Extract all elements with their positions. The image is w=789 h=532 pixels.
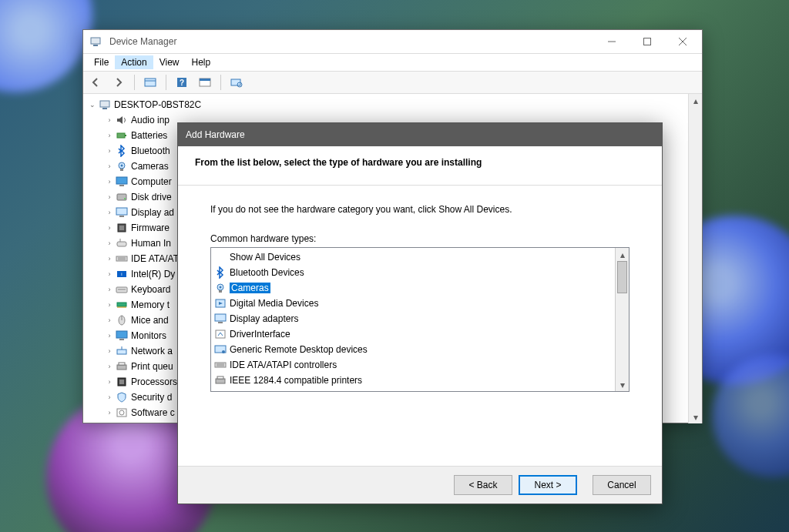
expand-icon[interactable]: › [105, 331, 114, 340]
list-item[interactable]: Cameras [211, 280, 615, 296]
tree-item-label: Display ad [131, 207, 174, 218]
svg-rect-14 [100, 101, 109, 107]
list-item-label: Generic Remote Desktop devices [230, 344, 368, 355]
wizard-header: From the list below, select the type of … [178, 146, 662, 186]
ide-icon [116, 253, 128, 265]
list-item[interactable]: DriverInterface [211, 326, 615, 342]
driver-icon [214, 328, 227, 340]
list-item-label: IEEE 1284.4 compatible printers [230, 375, 362, 386]
computer-icon [89, 35, 102, 48]
scan-hardware-button[interactable] [227, 73, 246, 92]
next-button[interactable]: Next > [519, 475, 577, 495]
tree-item-label: Monitors [131, 330, 166, 341]
scroll-down-icon[interactable]: ▾ [689, 410, 702, 423]
scroll-thumb[interactable] [617, 261, 627, 293]
tree-item-label: Human In [131, 238, 171, 249]
scroll-up-icon[interactable]: ▴ [689, 94, 702, 107]
memory-icon [116, 299, 128, 311]
expand-icon[interactable]: › [105, 162, 114, 171]
tree-item-label: Intel(R) Dy [131, 269, 175, 279]
media-icon [214, 297, 227, 309]
scroll-up-icon[interactable]: ▴ [616, 248, 629, 261]
chip-icon [116, 222, 128, 234]
forward-button[interactable] [109, 73, 128, 92]
expand-icon[interactable]: › [105, 208, 114, 217]
list-item[interactable]: IEEE 1284.4 compatible printers [211, 373, 615, 388]
wizard-footer: < Back Next > Cancel [178, 466, 662, 504]
list-item-label: Bluetooth Devices [230, 267, 304, 278]
list-item-label: Display adapters [230, 313, 298, 324]
close-button[interactable] [665, 30, 700, 53]
expand-icon[interactable]: › [105, 115, 114, 125]
expand-icon[interactable]: › [105, 223, 114, 233]
decorative-flower [0, 0, 92, 92]
list-item[interactable]: IDE ATA/ATAPI controllers [211, 357, 615, 373]
svg-rect-42 [116, 331, 127, 338]
hid-icon [116, 237, 128, 249]
svg-rect-11 [200, 79, 210, 81]
expand-icon[interactable]: › [105, 146, 114, 156]
printer-icon [116, 360, 128, 373]
tree-item-label: Disk drive [131, 192, 172, 202]
scroll-down-icon[interactable]: ▾ [616, 378, 629, 391]
svg-rect-21 [116, 177, 127, 184]
list-item[interactable]: Generic Remote Desktop devices [211, 342, 615, 357]
expand-icon[interactable]: › [105, 393, 114, 402]
tree-item-label: Memory t [131, 299, 170, 310]
list-item[interactable]: IEEE 1284.4 devices [211, 388, 615, 391]
svg-rect-16 [117, 133, 125, 138]
menu-help[interactable]: Help [186, 55, 217, 69]
back-button[interactable]: < Back [454, 475, 512, 495]
maximize-button[interactable] [630, 30, 665, 53]
hardware-types-list[interactable]: Show All DevicesBluetooth DevicesCameras… [210, 247, 630, 392]
window-titlebar[interactable]: Device Manager [83, 30, 702, 53]
expand-icon[interactable]: › [105, 177, 114, 186]
wizard-title: Add Hardware [186, 129, 245, 140]
list-scrollbar[interactable]: ▴ ▾ [615, 248, 629, 391]
toolbar-separator [166, 75, 166, 90]
help-button[interactable]: ? [173, 73, 191, 92]
wizard-titlebar[interactable]: Add Hardware [178, 123, 662, 146]
svg-rect-65 [216, 379, 225, 383]
computer-icon [99, 99, 111, 111]
expand-icon[interactable]: › [105, 192, 114, 202]
list-item[interactable]: Bluetooth Devices [211, 265, 615, 280]
svg-rect-28 [119, 226, 124, 230]
expand-icon[interactable]: › [105, 362, 114, 371]
tree-item-label: IDE ATA/AT [131, 253, 179, 264]
list-item-label: Cameras [230, 283, 270, 293]
minimize-button[interactable] [594, 30, 630, 53]
expand-icon[interactable]: › [105, 300, 114, 309]
svg-point-19 [121, 165, 123, 167]
tree-root[interactable]: ⌄ DESKTOP-0BST82C [83, 97, 689, 112]
expand-icon[interactable]: › [105, 285, 114, 294]
tree-item-label: Cameras [131, 161, 169, 172]
list-item[interactable]: Digital Media Devices [211, 296, 615, 311]
expand-icon[interactable]: › [105, 131, 114, 140]
menu-view[interactable]: View [153, 55, 186, 69]
expand-icon[interactable]: › [105, 239, 114, 248]
expand-icon[interactable]: › [105, 346, 114, 356]
cancel-button[interactable]: Cancel [593, 475, 651, 495]
properties-button[interactable] [196, 73, 214, 92]
expand-icon[interactable]: › [105, 408, 114, 417]
menu-file[interactable]: File [88, 55, 115, 69]
collapse-icon[interactable]: ⌄ [88, 100, 97, 109]
list-item-label: DriverInterface [230, 329, 290, 340]
toolbar: ? [83, 71, 702, 94]
list-item[interactable]: Display adapters [211, 311, 615, 326]
expand-icon[interactable]: › [105, 269, 114, 279]
scroll-track[interactable] [689, 107, 702, 410]
expand-icon[interactable]: › [105, 377, 114, 386]
expand-icon[interactable]: › [105, 254, 114, 263]
svg-point-24 [124, 198, 126, 199]
vertical-scrollbar[interactable]: ▴ ▾ [688, 94, 702, 423]
list-item[interactable]: Show All Devices [211, 249, 615, 265]
svg-rect-1 [93, 45, 98, 46]
show-hidden-button[interactable] [141, 73, 159, 92]
back-button[interactable] [86, 73, 105, 92]
intel-icon: i [116, 268, 128, 280]
expand-icon[interactable]: › [105, 316, 114, 325]
svg-rect-38 [117, 303, 126, 306]
menu-action[interactable]: Action [115, 55, 153, 69]
